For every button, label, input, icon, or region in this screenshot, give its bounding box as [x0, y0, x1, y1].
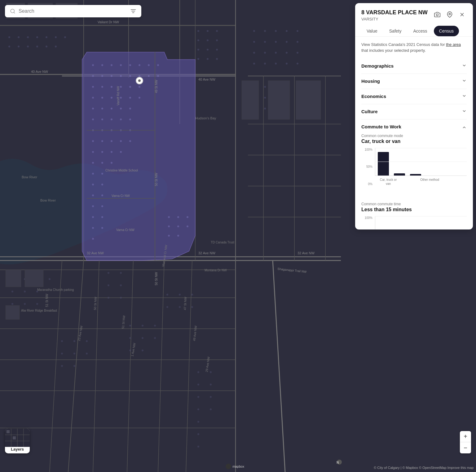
svg-point-184 — [11, 291, 13, 292]
svg-point-23 — [64, 36, 66, 38]
svg-text:40 Ave NW: 40 Ave NW — [198, 78, 215, 81]
svg-point-51 — [297, 41, 298, 43]
svg-point-196 — [61, 340, 63, 342]
economics-chevron — [462, 93, 467, 100]
svg-point-89 — [129, 75, 131, 77]
tab-value[interactable]: Value — [361, 26, 383, 36]
property-panel: 8 VARSDALE PLACE NW VARSITY — [355, 3, 473, 229]
svg-rect-164 — [242, 81, 259, 119]
accordion-commute-header[interactable]: Commute to Work — [361, 124, 467, 130]
accordion-demographics-header[interactable]: Demographics — [361, 63, 467, 69]
layers-button[interactable]: Layers — [5, 429, 30, 453]
svg-point-56 — [297, 52, 298, 54]
zoom-in-button[interactable]: + — [460, 431, 471, 442]
svg-point-226 — [197, 421, 199, 423]
svg-point-223 — [210, 396, 212, 398]
svg-text:Varna Cr NW: Varna Cr NW — [112, 194, 130, 198]
tab-access[interactable]: Access — [408, 26, 432, 36]
commute-time-label: Common commute time — [361, 202, 467, 206]
svg-point-137 — [101, 194, 103, 196]
svg-point-142 — [92, 227, 94, 229]
svg-point-211 — [142, 350, 143, 351]
svg-point-147 — [187, 216, 188, 218]
y-label-100-time: 100% — [364, 216, 372, 220]
svg-point-42 — [253, 30, 255, 32]
svg-point-107 — [111, 108, 112, 109]
svg-point-109 — [129, 108, 131, 109]
close-button[interactable] — [457, 10, 467, 19]
commute-time-chart: 100% 50% 0% — [361, 216, 467, 229]
bar-group-other2 — [410, 174, 421, 176]
svg-point-222 — [197, 396, 199, 398]
commute-content: Common commute mode Car, truck or van 10… — [361, 130, 467, 229]
svg-text:50 St NW: 50 St NW — [155, 272, 158, 285]
svg-point-213 — [179, 294, 181, 296]
svg-point-31 — [207, 30, 209, 32]
svg-point-80 — [120, 64, 122, 66]
panel-neighborhood: VARSITY — [361, 17, 433, 21]
commute-mode-section: Common commute mode Car, truck or van 10… — [361, 134, 467, 196]
svg-point-50 — [286, 41, 288, 43]
svg-text:49 St NW: 49 St NW — [155, 80, 158, 93]
panel-address: 8 VARSDALE PLACE NW — [361, 9, 433, 16]
layers-thumbnail — [5, 429, 30, 447]
accordion-culture-header[interactable]: Culture — [361, 109, 467, 115]
accordion-demographics: Demographics — [361, 59, 467, 74]
svg-point-149 — [177, 225, 179, 227]
svg-line-265 — [14, 12, 15, 13]
svg-rect-231 — [6, 305, 20, 319]
tab-census[interactable]: Census — [434, 26, 459, 36]
panel-actions — [433, 10, 467, 19]
svg-point-191 — [120, 272, 122, 274]
svg-point-18 — [18, 36, 20, 38]
zoom-out-button[interactable]: − — [460, 442, 471, 453]
svg-point-53 — [264, 52, 266, 54]
panel-tabs: Value Safety Access Census — [355, 21, 473, 37]
svg-point-132 — [92, 173, 94, 175]
svg-point-48 — [264, 41, 266, 43]
accordion-housing-header[interactable]: Housing — [361, 78, 467, 84]
svg-point-130 — [101, 162, 103, 164]
tab-safety[interactable]: Safety — [384, 26, 407, 36]
bar-car — [378, 152, 389, 176]
svg-point-29 — [55, 46, 57, 47]
svg-point-140 — [92, 216, 94, 218]
svg-point-280 — [449, 13, 451, 15]
svg-point-129 — [92, 162, 94, 164]
svg-point-279 — [436, 14, 439, 16]
svg-point-40 — [207, 58, 209, 60]
svg-point-135 — [101, 184, 103, 185]
location-button[interactable] — [445, 10, 454, 19]
svg-point-94 — [101, 86, 103, 88]
search-input[interactable] — [19, 8, 127, 14]
location-icon — [447, 11, 453, 18]
svg-point-188 — [24, 303, 26, 305]
svg-point-144 — [92, 238, 94, 240]
svg-point-205 — [142, 325, 143, 327]
svg-point-34 — [207, 39, 209, 41]
svg-point-68 — [264, 97, 266, 99]
svg-text:Christine Middle School: Christine Middle School — [105, 169, 138, 172]
svg-point-85 — [92, 75, 94, 77]
svg-point-36 — [197, 49, 199, 51]
svg-rect-166 — [296, 81, 321, 119]
panel-title-section: 8 VARSDALE PLACE NW VARSITY — [361, 9, 433, 21]
panel-header: 8 VARSDALE PLACE NW VARSITY — [355, 3, 473, 21]
svg-point-30 — [197, 30, 199, 32]
svg-point-95 — [111, 86, 112, 88]
svg-text:50 St NW: 50 St NW — [93, 296, 97, 310]
mapbox-logo: mapbox — [226, 463, 250, 470]
svg-point-111 — [101, 118, 103, 120]
svg-point-113 — [120, 118, 122, 120]
filter-icon[interactable] — [130, 8, 136, 14]
camera-button[interactable] — [433, 10, 442, 19]
svg-point-63 — [264, 86, 266, 88]
the-area-link[interactable]: the area — [446, 42, 461, 47]
y-label-50-mode: 50% — [366, 165, 372, 168]
svg-point-21 — [46, 36, 47, 38]
svg-point-122 — [111, 140, 112, 142]
svg-point-203 — [73, 365, 75, 367]
accordion-economics-header[interactable]: Economics — [361, 93, 467, 100]
svg-text:Varna Cr NW: Varna Cr NW — [116, 228, 134, 232]
svg-point-112 — [111, 118, 112, 120]
